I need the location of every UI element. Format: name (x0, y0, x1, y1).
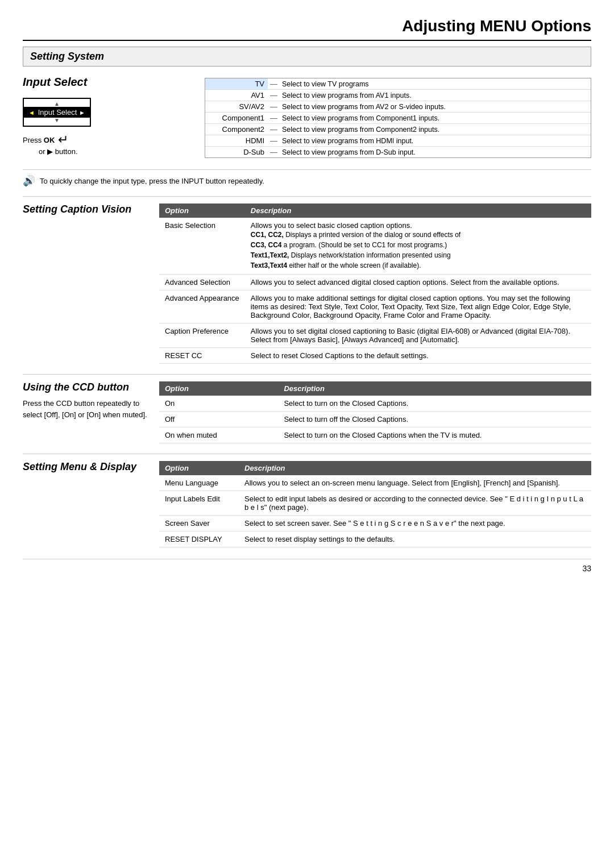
table-row: Advanced SelectionAllows you to select a… (159, 275, 591, 290)
or-button-text: or ▶ button. (39, 147, 91, 156)
input-select-left: Input Select ▲ ◄ Input Select ► ▼ Press (23, 76, 193, 156)
caption-vision-left: Setting Caption Vision (23, 203, 159, 364)
ccd-option-table: Option Description OnSelect to turn on t… (159, 381, 591, 443)
menu-display-title: Setting Menu & Display (23, 461, 150, 473)
setting-system-header: Setting System (23, 47, 591, 67)
table-row: On when mutedSelect to turn on the Close… (159, 427, 591, 443)
menu-display-option-header: Option (159, 461, 239, 475)
input-menu-desc: Select to view programs from Component1 … (280, 113, 442, 123)
ccd-section: Using the CCD button Press the CCD butto… (23, 374, 591, 443)
sub-option-bold: Text3,Text4 (251, 261, 287, 269)
input-menu-desc: Select to view TV programs (280, 79, 371, 89)
option-cell: RESET DISPLAY (159, 531, 239, 547)
option-cell: RESET CC (159, 348, 245, 364)
table-row: OnSelect to turn on the Closed Captions. (159, 396, 591, 412)
table-row: Basic SelectionAllows you to select basi… (159, 218, 591, 275)
main-description: Allows you to select basic closed captio… (251, 221, 586, 230)
main-description: Allows you to make additional settings f… (251, 294, 586, 319)
input-menu-desc: Select to view programs from AV2 or S-vi… (280, 102, 448, 112)
sub-option-bold: CC3, CC4 (251, 241, 282, 249)
option-cell: Advanced Appearance (159, 290, 245, 323)
description-cell: Allows you to select advanced digital cl… (245, 275, 591, 290)
description-cell: Select to set screen saver. See " S e t … (239, 516, 591, 531)
input-menu-row: Component1—Select to view programs from … (205, 113, 591, 124)
table-row: Advanced AppearanceAllows you to make ad… (159, 290, 591, 323)
input-select-section: Input Select ▲ ◄ Input Select ► ▼ Press (23, 76, 591, 158)
input-menu-label: Component1 (205, 113, 268, 123)
page-number: 33 (23, 559, 591, 573)
input-menu-dash: — (268, 114, 280, 122)
page-title: Adjusting MENU Options (23, 17, 591, 41)
press-ok-row: Press OK ↵ (23, 132, 91, 147)
sub-option-line: CC3, CC4 a program. (Should be set to CC… (251, 241, 447, 249)
main-description: Select to reset Closed Captions to the d… (251, 351, 586, 360)
caption-option-header: Option (159, 203, 245, 218)
description-cell: Allows you to select basic closed captio… (245, 218, 591, 275)
input-menu-dash: — (268, 125, 280, 134)
sub-option-bold: CC1, CC2, (251, 231, 284, 239)
input-menu-list: TV—Select to view TV programsAV1—Select … (205, 78, 591, 158)
sub-options: CC1, CC2, Displays a printed version of … (251, 230, 586, 271)
option-cell: On (159, 396, 278, 412)
input-menu-row: D-Sub—Select to view programs from D-Sub… (205, 147, 591, 157)
table-row: OffSelect to turn off the Closed Caption… (159, 412, 591, 427)
sub-option-bold: Text1,Text2, (251, 251, 289, 259)
table-row: RESET DISPLAYSelect to reset display set… (159, 531, 591, 547)
menu-display-table: Option Description Menu LanguageAllows y… (159, 461, 591, 547)
tip-row: 🔊 To quickly change the input type, pres… (23, 169, 591, 187)
option-cell: Screen Saver (159, 516, 239, 531)
table-row: Menu LanguageAllows you to select an on-… (159, 475, 591, 491)
description-cell: Select to reset Closed Captions to the d… (245, 348, 591, 364)
description-cell: Select to reset display settings to the … (239, 531, 591, 547)
input-select-right: TV—Select to view TV programsAV1—Select … (205, 76, 591, 158)
input-menu-dash: — (268, 148, 280, 156)
option-cell: Caption Preference (159, 323, 245, 348)
input-menu-desc: Select to view programs from HDMI input. (280, 136, 416, 146)
input-select-title: Input Select (23, 76, 193, 89)
description-cell: Select to edit input labels as desired o… (239, 491, 591, 516)
input-menu-row: SV/AV2—Select to view programs from AV2 … (205, 101, 591, 113)
option-cell: On when muted (159, 427, 278, 443)
input-menu-dash: — (268, 80, 280, 88)
ok-arrow-icon: ↵ (58, 132, 68, 147)
description-cell: Select to turn on the Closed Captions wh… (278, 427, 591, 443)
input-menu-row: AV1—Select to view programs from AV1 inp… (205, 90, 591, 101)
input-menu-row: Component2—Select to view programs from … (205, 124, 591, 135)
ccd-table: Option Description OnSelect to turn on t… (159, 381, 591, 443)
input-menu-label: TV (205, 78, 268, 89)
main-description: Allows you to set digital closed caption… (251, 327, 586, 344)
input-menu-label: Component2 (205, 124, 268, 135)
press-ok-text: Press OK (23, 136, 55, 144)
menu-arrow-up-icon: ▲ (24, 101, 90, 107)
main-description: Allows you to select advanced digital cl… (251, 278, 586, 286)
input-menu-row: TV—Select to view TV programs (205, 78, 591, 90)
sub-option-line: CC1, CC2, Displays a printed version of … (251, 231, 460, 239)
input-menu-dash: — (268, 136, 280, 145)
input-menu-label: SV/AV2 (205, 101, 268, 112)
option-cell: Off (159, 412, 278, 427)
table-row: Caption PreferenceAllows you to set digi… (159, 323, 591, 348)
input-menu-dash: — (268, 91, 280, 99)
tip-icon: 🔊 (23, 175, 35, 187)
option-cell: Menu Language (159, 475, 239, 491)
menu-display-left: Setting Menu & Display (23, 461, 159, 547)
description-cell: Allows you to select an on-screen menu l… (239, 475, 591, 491)
input-menu-desc: Select to view programs from Component2 … (280, 124, 442, 135)
input-menu-label: HDMI (205, 135, 268, 146)
table-row: Input Labels EditSelect to edit input la… (159, 491, 591, 516)
ccd-desc: Press the CCD button repeatedly to selec… (23, 398, 150, 420)
description-cell: Allows you to set digital closed caption… (245, 323, 591, 348)
menu-arrow-left-icon: ◄ (28, 109, 35, 116)
table-row: RESET CCSelect to reset Closed Captions … (159, 348, 591, 364)
option-cell: Basic Selection (159, 218, 245, 275)
input-menu-row: HDMI—Select to view programs from HDMI i… (205, 135, 591, 147)
input-select-menu-box: ▲ ◄ Input Select ► ▼ (23, 98, 91, 127)
option-cell: Advanced Selection (159, 275, 245, 290)
menu-box-item: ◄ Input Select ► (24, 107, 90, 118)
menu-arrow-down-icon: ▼ (24, 118, 90, 123)
setting-caption-vision-section: Setting Caption Vision Option Descriptio… (23, 196, 591, 364)
input-menu-desc: Select to view programs from D-Sub input… (280, 147, 418, 157)
description-cell: Allows you to make additional settings f… (245, 290, 591, 323)
menu-arrow-right-icon: ► (79, 109, 85, 116)
ccd-option-header: Option (159, 381, 278, 396)
